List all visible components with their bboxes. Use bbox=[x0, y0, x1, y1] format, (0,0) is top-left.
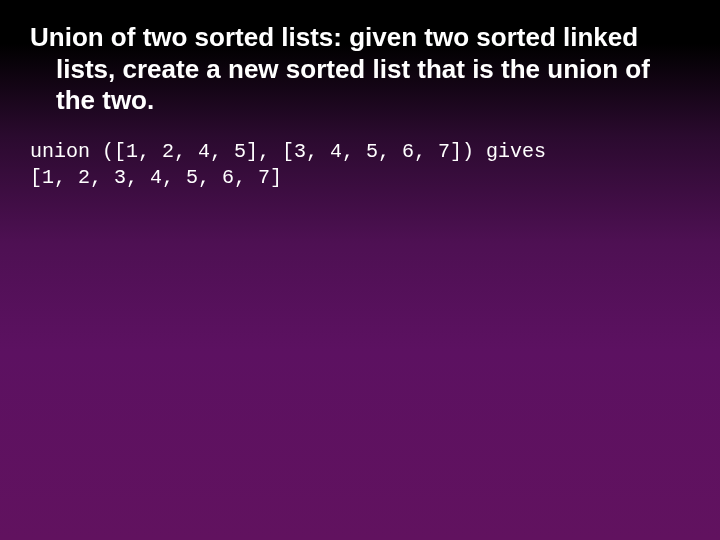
slide: Union of two sorted lists: given two sor… bbox=[0, 0, 720, 540]
slide-heading: Union of two sorted lists: given two sor… bbox=[26, 0, 720, 117]
code-line-1: union ([1, 2, 4, 5], [3, 4, 5, 6, 7]) gi… bbox=[30, 140, 546, 163]
code-line-2: [1, 2, 3, 4, 5, 6, 7] bbox=[30, 166, 282, 189]
code-example: union ([1, 2, 4, 5], [3, 4, 5, 6, 7]) gi… bbox=[0, 117, 720, 190]
